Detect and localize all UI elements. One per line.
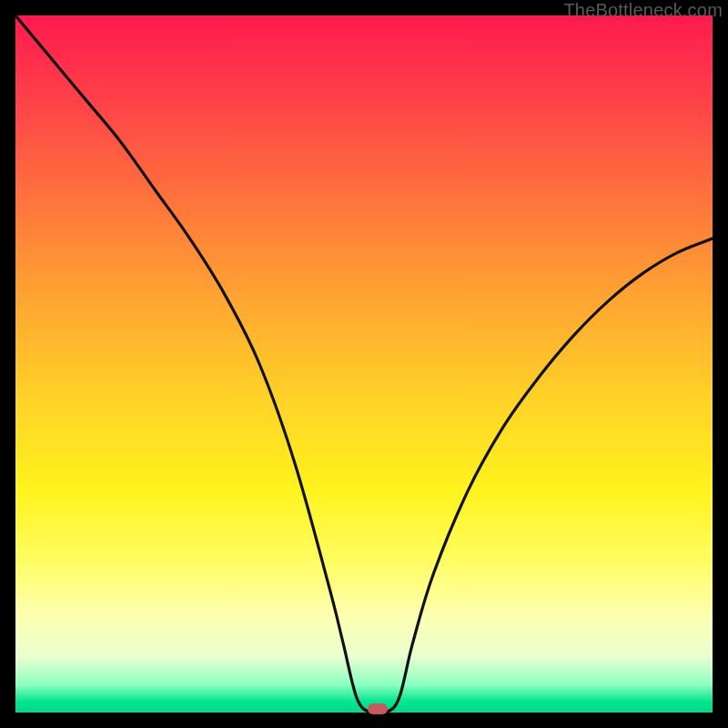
chart-frame: TheBottleneck.com — [0, 0, 728, 728]
curve-path — [15, 15, 713, 713]
bottleneck-curve — [15, 15, 713, 713]
chart-plot-area — [15, 15, 713, 713]
optimum-marker — [368, 703, 388, 714]
